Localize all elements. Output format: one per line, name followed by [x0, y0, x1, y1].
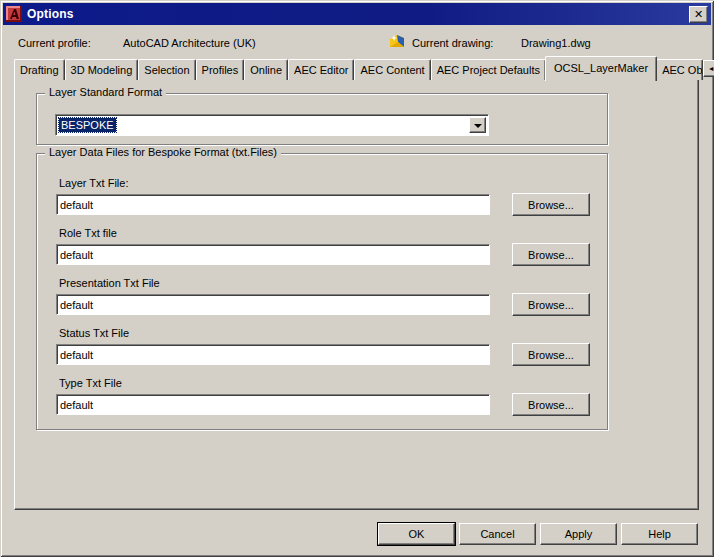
window-title: Options	[27, 7, 74, 21]
file-row: Role Txt fileBrowse...	[37, 227, 607, 275]
cancel-button[interactable]: Cancel	[459, 523, 536, 545]
current-drawing-label: Current drawing:	[412, 37, 493, 49]
tab-online[interactable]: Online	[244, 59, 288, 80]
drawing-file-icon	[389, 33, 406, 50]
current-drawing-value: Drawing1.dwg	[521, 37, 591, 49]
layer-standard-format-combobox[interactable]: BESPOKE	[55, 114, 489, 136]
ok-button[interactable]: OK	[378, 523, 455, 545]
browse-button[interactable]: Browse...	[512, 193, 590, 216]
file-path-input[interactable]	[56, 244, 490, 265]
tab-profiles[interactable]: Profiles	[196, 59, 245, 80]
header-row: Current profile: AutoCAD Architecture (U…	[0, 30, 714, 54]
options-dialog: Options ✕ Current profile: AutoCAD Archi…	[0, 0, 714, 557]
tab-strip: Drafting3D ModelingSelectionProfilesOnli…	[14, 55, 700, 80]
tab-scroll-left-button[interactable]: ◄	[703, 60, 714, 77]
title-bar: Options ✕	[3, 3, 711, 25]
apply-button[interactable]: Apply	[540, 523, 617, 545]
file-row-label: Status Txt File	[59, 327, 129, 339]
file-path-input[interactable]	[56, 194, 490, 215]
browse-button[interactable]: Browse...	[512, 293, 590, 316]
file-row: Status Txt FileBrowse...	[37, 327, 607, 375]
tab-ocsl-layermaker[interactable]: OCSL_LayerMaker	[545, 56, 657, 81]
tab-aec-content[interactable]: AEC Content	[354, 59, 430, 80]
layer-standard-format-group-title: Layer Standard Format	[45, 86, 166, 98]
browse-button[interactable]: Browse...	[512, 343, 590, 366]
chevron-down-icon[interactable]	[469, 117, 486, 133]
tab-drafting[interactable]: Drafting	[14, 59, 65, 80]
browse-button[interactable]: Browse...	[512, 393, 590, 416]
file-path-input[interactable]	[56, 394, 490, 415]
file-row-label: Presentation Txt File	[59, 277, 160, 289]
file-path-input[interactable]	[56, 344, 490, 365]
tab-scroll-arrows: ◄ ►	[703, 60, 714, 77]
chevron-left-icon: ◄	[708, 65, 714, 72]
autocad-logo-icon	[6, 6, 22, 22]
tab-page-ocsl-layermaker: Layer Standard Format BESPOKE Layer Data…	[14, 79, 699, 510]
tab-aec-project-defaults[interactable]: AEC Project Defaults	[431, 59, 546, 80]
file-path-input[interactable]	[56, 294, 490, 315]
combobox-selected-value: BESPOKE	[59, 118, 116, 132]
tab-aec-editor[interactable]: AEC Editor	[288, 59, 354, 80]
current-profile-value: AutoCAD Architecture (UK)	[123, 37, 256, 49]
tab-aec-obj[interactable]: AEC Obj	[656, 59, 703, 80]
tab-selection[interactable]: Selection	[138, 59, 195, 80]
browse-button[interactable]: Browse...	[512, 243, 590, 266]
layer-data-files-group: Layer Data Files for Bespoke Format (txt…	[36, 153, 608, 430]
file-row-label: Layer Txt File:	[59, 177, 129, 189]
close-icon: ✕	[694, 9, 703, 20]
tab-3d-modeling[interactable]: 3D Modeling	[65, 59, 139, 80]
help-button[interactable]: Help	[621, 523, 698, 545]
file-row-label: Type Txt File	[59, 377, 122, 389]
file-row-label: Role Txt file	[59, 227, 117, 239]
file-row: Presentation Txt FileBrowse...	[37, 277, 607, 325]
file-row: Layer Txt File:Browse...	[37, 177, 607, 225]
layer-data-files-group-title: Layer Data Files for Bespoke Format (txt…	[45, 146, 281, 158]
file-row: Type Txt FileBrowse...	[37, 377, 607, 425]
close-button[interactable]: ✕	[689, 6, 708, 23]
layer-standard-format-group: Layer Standard Format BESPOKE	[36, 93, 608, 145]
tab-strip-tabs: Drafting3D ModelingSelectionProfilesOnli…	[14, 56, 703, 80]
current-profile-label: Current profile:	[18, 37, 91, 49]
